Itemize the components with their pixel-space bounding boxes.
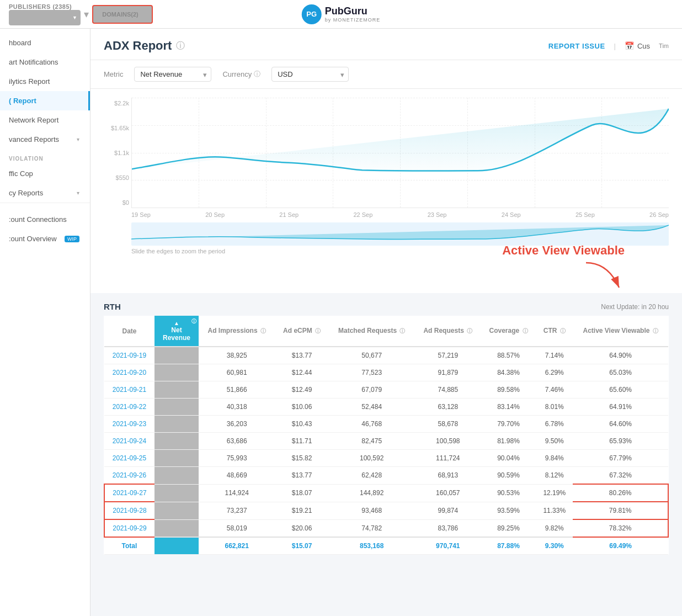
domains-label: DOMAINS(2) [102, 11, 138, 18]
cell-ad-requests: 83,786 [415, 519, 481, 537]
col-help-icon[interactable]: ⓘ [260, 328, 266, 334]
cell-ad-impressions: 73,237 [199, 502, 275, 519]
sidebar-item-analytics-report[interactable]: ilytics Report [0, 72, 90, 91]
metric-select-wrapper[interactable]: Net Revenue [134, 67, 211, 82]
col-date[interactable]: Date [104, 316, 154, 347]
total-ad-requests: 970,741 [415, 537, 481, 555]
currency-label: Currency ⓘ [222, 70, 260, 79]
table-row: 2021-09-2151,866$12.4967,07974,88589.58%… [104, 381, 668, 399]
y-label-5: $0 [104, 199, 129, 206]
col-matched-requests[interactable]: Matched Requests ⓘ [329, 316, 415, 347]
report-header: ADX Report ⓘ REPORT ISSUE | 📅 Cus Tim [90, 29, 682, 60]
col-ctr[interactable]: CTR ⓘ [536, 316, 573, 347]
sidebar-item-traffic-cop[interactable]: ffic Cop [0, 164, 90, 183]
annotation-arrow-area [580, 260, 625, 293]
sidebar-item-dashboard[interactable]: hboard [0, 33, 90, 52]
cell-active-view-viewable: 64.91% [573, 399, 668, 416]
currency-select[interactable]: USD [271, 67, 349, 82]
col-help-icon[interactable]: ⓘ [399, 328, 405, 334]
chart-minimap[interactable] [131, 222, 669, 246]
logo-text-area: PubGuru by MONETIZEMORE [325, 6, 381, 23]
logo-main-text: PubGuru [325, 6, 381, 17]
logo-icon: PG [302, 4, 322, 24]
cell-ad-ecpm: $13.77 [275, 467, 328, 485]
chart-area: $2.2k $1.65k $1.1k $550 $0 [90, 89, 682, 293]
col-net-revenue[interactable]: ▲ ⓘ Net Revenue [154, 316, 199, 347]
table-row: 2021-09-1938,925$13.7750,67757,21988.57%… [104, 347, 668, 364]
cell-ad-impressions: 114,924 [199, 484, 275, 502]
cell-ctr: 7.14% [536, 347, 573, 364]
publishers-select[interactable] [9, 10, 81, 25]
sidebar-item-adx-report[interactable]: ( Report [0, 91, 90, 110]
sidebar-item-smart-notifications[interactable]: art Notifications [0, 52, 90, 72]
rth-title: RTH [104, 302, 121, 311]
report-issue-button[interactable]: REPORT ISSUE [548, 42, 605, 50]
cell-matched-requests: 100,592 [329, 450, 415, 467]
sidebar-item-count-overview[interactable]: :ount Overview WIP [0, 229, 90, 248]
next-update-label: Next Update: [601, 303, 640, 311]
col-coverage[interactable]: Coverage ⓘ [481, 316, 536, 347]
col-net-revenue-help[interactable]: ⓘ [191, 318, 196, 325]
custom-date-button[interactable]: 📅 Cus [625, 41, 650, 50]
cell-active-view-viewable: 65.60% [573, 381, 668, 399]
cell-ad-impressions: 63,686 [199, 433, 275, 450]
sidebar-item-label: :ount Overview [9, 235, 57, 243]
cell-active-view-viewable: 79.81% [573, 502, 668, 519]
col-help-icon[interactable]: ⓘ [523, 328, 528, 334]
table-row: 2021-09-2958,019$20.0674,78283,78689.25%… [104, 519, 668, 537]
publishers-chevron-icon[interactable]: ▾ [84, 8, 89, 20]
report-actions: REPORT ISSUE | 📅 Cus Tim [548, 41, 669, 50]
report-help-icon[interactable]: ⓘ [176, 40, 185, 52]
cell-coverage: 93.59% [481, 502, 536, 519]
cell-ad-ecpm: $11.71 [275, 433, 328, 450]
metric-select[interactable]: Net Revenue [134, 67, 211, 82]
cell-ctr: 12.19% [536, 484, 573, 502]
col-ad-requests[interactable]: Ad Requests ⓘ [415, 316, 481, 347]
publishers-select-wrapper[interactable] [9, 10, 81, 25]
currency-select-wrapper[interactable]: USD [271, 67, 349, 82]
col-help-icon[interactable]: ⓘ [653, 328, 658, 334]
x-label-3: 21 Sep [279, 211, 299, 218]
col-active-view-viewable[interactable]: Active View Viewable ⓘ [573, 316, 668, 347]
publishers-label: PUBLISHERS (2385) [9, 3, 81, 10]
y-label-3: $1.1k [104, 150, 129, 156]
metric-label: Metric [104, 70, 123, 78]
cell-coverage: 90.53% [481, 484, 536, 502]
cell-ad-impressions: 40,318 [199, 399, 275, 416]
col-ad-ecpm[interactable]: Ad eCPM ⓘ [275, 316, 328, 347]
col-ad-impressions[interactable]: Ad Impressions ⓘ [199, 316, 275, 347]
publishers-section: PUBLISHERS (2385) ▾ DOMAINS(2) [9, 3, 153, 25]
cell-ad-ecpm: $10.06 [275, 399, 328, 416]
cell-coverage: 84.38% [481, 364, 536, 381]
cell-ad-requests: 58,678 [415, 416, 481, 433]
cell-date: 2021-09-21 [104, 381, 154, 399]
sidebar-item-advanced-reports[interactable]: vanced Reports ▾ [0, 130, 90, 149]
col-help-icon[interactable]: ⓘ [467, 328, 472, 334]
cell-matched-requests: 82,475 [329, 433, 415, 450]
col-date-label: Date [122, 327, 136, 335]
custom-label: Cus [637, 42, 650, 50]
cell-net-revenue [154, 364, 199, 381]
sidebar-item-network-report[interactable]: Network Report [0, 110, 90, 130]
cell-ad-ecpm: $20.06 [275, 519, 328, 537]
sidebar-item-cy-reports[interactable]: cy Reports ▾ [0, 183, 90, 203]
col-coverage-label: Coverage [489, 327, 520, 334]
sidebar-section-violation: VIOLATION [0, 149, 90, 164]
y-label-4: $550 [104, 174, 129, 181]
cell-ctr: 6.29% [536, 364, 573, 381]
chart-y-axis: $2.2k $1.65k $1.1k $550 $0 [104, 98, 129, 208]
cell-active-view-viewable: 65.03% [573, 364, 668, 381]
currency-help-icon[interactable]: ⓘ [254, 70, 260, 79]
col-help-icon[interactable]: ⓘ [560, 328, 566, 334]
chart-x-axis: 19 Sep 20 Sep 21 Sep 22 Sep 23 Sep 24 Se… [104, 208, 669, 218]
sidebar-item-count-connections[interactable]: :ount Connections [0, 210, 90, 229]
col-help-icon[interactable]: ⓘ [315, 328, 321, 334]
calendar-icon: 📅 [625, 41, 634, 50]
cell-matched-requests: 93,468 [329, 502, 415, 519]
col-ad-requests-label: Ad Requests [423, 327, 463, 334]
col-ctr-label: CTR [544, 327, 557, 334]
cell-active-view-viewable: 64.90% [573, 347, 668, 364]
cell-date: 2021-09-27 [104, 484, 154, 502]
table-row: 2021-09-2648,669$13.7762,42868,91390.59%… [104, 467, 668, 485]
cell-net-revenue [154, 467, 199, 485]
